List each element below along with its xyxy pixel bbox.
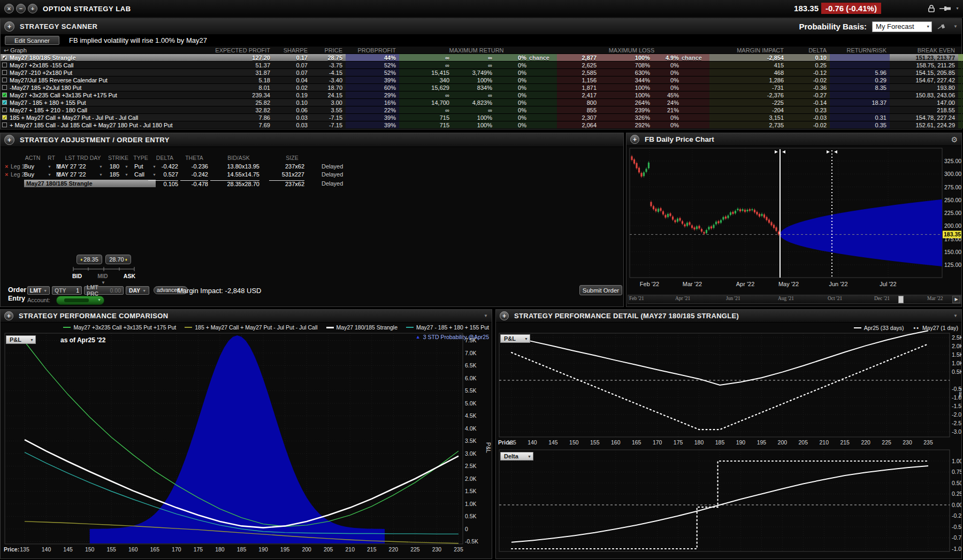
scanner-row[interactable]: May27 +2x185 -155 Call51.370.07-3.7552%∞…	[1, 62, 961, 69]
column-header[interactable]: EXPECTED PROFIT	[188, 47, 273, 53]
scrollbar-handle[interactable]	[898, 296, 904, 303]
scanner-row[interactable]: May27 -210 +2x180 Put31.870.07-4.1552%15…	[1, 69, 961, 76]
graph-checkbox[interactable]	[2, 108, 7, 112]
column-header[interactable]: DELTA	[787, 47, 830, 53]
leg-strike[interactable]: 180	[104, 163, 119, 170]
comparison-chart[interactable]: 1351401451501551601651701751801851901952…	[1, 310, 492, 558]
lock-icon[interactable]	[927, 4, 936, 13]
limit-price-field[interactable]: LMT PRC0.00	[84, 286, 124, 295]
pin-icon[interactable]	[939, 6, 953, 11]
column-header[interactable]: BREAK EVEN	[890, 47, 958, 53]
edit-scanner-button[interactable]: Edit Scanner	[5, 36, 59, 45]
column-header[interactable]: PROBPROFIT	[346, 47, 399, 53]
leg-action[interactable]: Buy	[24, 171, 34, 178]
ask-price-button[interactable]: 28.70♦	[105, 255, 131, 264]
margin-impact: -225	[709, 99, 787, 106]
fb-chart-scrollbar[interactable]: Feb '21Apr '21Jun '21Aug '21Oct '21Dec '…	[628, 295, 961, 304]
chevron-down-icon[interactable]: ▼	[125, 173, 128, 177]
column-header[interactable]: MARGIN IMPACT	[709, 47, 787, 53]
fb-candlestick-chart[interactable]: 325.00300.00275.00250.00225.00200.00175.…	[626, 146, 961, 294]
bid-price-button[interactable]: ♦28.35	[77, 255, 102, 264]
detail-delta-select[interactable]: Delta▼	[500, 452, 533, 461]
detail-pnl-select[interactable]: P&L▼	[500, 334, 530, 343]
margin-impact: 468	[709, 69, 787, 76]
scanner-row[interactable]: -May27 185 +2xJul 180 Put8.010.0218.7060…	[1, 84, 961, 91]
panel-expand-icon[interactable]: +	[4, 21, 14, 32]
ask-label[interactable]: ASK	[124, 273, 135, 279]
window-minimize-button[interactable]: −	[16, 4, 26, 13]
graph-checkbox-checked[interactable]: ✓	[2, 55, 7, 60]
price: 28.75	[311, 54, 346, 61]
column-header[interactable]: RETURN/RISK	[830, 47, 890, 53]
column-header[interactable]: MAXIMUM RETURN	[399, 47, 557, 53]
scrollbar-right-arrow[interactable]: ▶	[952, 296, 960, 303]
expected-profit: 239.34	[188, 91, 273, 98]
titlebar-dropdown-icon[interactable]: ▼	[956, 6, 959, 10]
scanner-row[interactable]: 185 + May27 Call + May27 Put - Jul Put -…	[1, 114, 961, 121]
leg-last-trade-day[interactable]: MAY 27 '22	[56, 171, 86, 178]
order-type-select[interactable]: LMT▼	[27, 286, 50, 295]
max-loss-pct: 630%	[600, 69, 653, 76]
chevron-down-icon[interactable]: ▼	[99, 165, 103, 168]
max-return: 15,629	[399, 84, 453, 91]
leg-type[interactable]: Put	[134, 163, 143, 170]
order-column-header: BID/ASK	[215, 155, 263, 161]
probability-basis-select[interactable]: My Forecast▼	[872, 21, 932, 32]
leg-bid-ask: 14.55x14.75	[210, 171, 259, 178]
leg-last-trade-day[interactable]: MAY 27 '22	[56, 163, 86, 170]
chevron-down-icon[interactable]: ▼	[125, 165, 128, 168]
column-header-graph[interactable]: ↩ Graph	[1, 47, 188, 53]
leg-action[interactable]: Buy	[24, 163, 34, 170]
price-slider[interactable]	[72, 267, 135, 271]
panel-expand-icon[interactable]: +	[4, 135, 14, 145]
column-header[interactable]: SHARPE	[273, 47, 311, 53]
expected-profit: 5.18	[188, 76, 273, 83]
leg-type[interactable]: Call	[134, 171, 144, 178]
account-select[interactable]: ▼	[56, 296, 104, 305]
forecast-pin-icon[interactable]	[937, 24, 948, 30]
mid-label[interactable]: MID	[97, 273, 108, 279]
graph-checkbox-checked[interactable]: ✓	[2, 115, 7, 120]
remove-leg-icon[interactable]: ×	[5, 171, 8, 178]
chevron-down-icon[interactable]: ▼	[99, 173, 103, 177]
graph-checkbox-checked[interactable]: ✓	[2, 93, 7, 97]
detail-charts[interactable]: 2.5K2.0K1.5K1.0K0.5K-0.5K-1.0K-1.5K-2.0K…	[496, 310, 961, 558]
column-header[interactable]: PRICE	[311, 47, 346, 53]
fb-chart-header: + FB Daily Price Chart ⚙	[626, 133, 961, 146]
column-header[interactable]: MAXIMUM LOSS	[557, 47, 709, 53]
bid-label[interactable]: BID	[72, 273, 82, 279]
svg-text:235: 235	[454, 546, 463, 553]
scanner-row[interactable]: May27 - 185 + 180 + 155 Put✓25.820.103.0…	[1, 99, 961, 106]
scanner-row[interactable]: + May27 185 Call - Jul 185 Call + May27 …	[1, 121, 961, 129]
scanner-row[interactable]: May27 + 185 + 210 - 180 Call32.820.063.5…	[1, 106, 961, 114]
probprofit: 44%	[346, 54, 399, 61]
window-close-button[interactable]: ×	[4, 4, 14, 13]
svg-text:Jun '22: Jun '22	[829, 281, 847, 287]
graph-checkbox[interactable]	[2, 85, 7, 90]
comparison-metric-select[interactable]: P&L▼	[6, 335, 36, 344]
graph-checkbox-checked[interactable]: ✓	[2, 100, 7, 105]
remove-leg-icon[interactable]: ×	[5, 163, 8, 170]
return-risk: 5.96	[830, 69, 890, 76]
scanner-row[interactable]: May27 180/185 Strangle✓127.200.1728.7544…	[1, 54, 961, 62]
svg-text:225: 225	[882, 439, 891, 446]
quantity-field[interactable]: QTY1	[52, 286, 82, 295]
graph-checkbox[interactable]	[2, 63, 7, 67]
scanner-row[interactable]: May27 +3x235 Call +3x135 Put +175 Put✓23…	[1, 91, 961, 99]
svg-text:-0.75: -0.75	[952, 534, 961, 541]
submit-order-button[interactable]: Submit Order	[579, 285, 622, 295]
window-maximize-button[interactable]: +	[28, 4, 37, 13]
scanner-header-caret-icon[interactable]: ▼	[953, 24, 958, 29]
scanner-row[interactable]: May27/Jul 185 Reverse Calendar Put5.180.…	[1, 76, 961, 84]
gear-icon[interactable]: ⚙	[951, 135, 958, 144]
graph-checkbox[interactable]	[2, 122, 7, 127]
graph-checkbox[interactable]	[2, 70, 7, 75]
leg-strike[interactable]: 185	[104, 171, 119, 178]
max-return: 715	[399, 114, 453, 121]
strategy-name: -May27 185 +2xJul 180 Put	[1, 84, 188, 91]
svg-text:200: 200	[778, 439, 788, 446]
graph-checkbox[interactable]	[2, 78, 7, 82]
panel-expand-icon[interactable]: +	[630, 135, 639, 144]
svg-text:6.5K: 6.5K	[465, 362, 477, 369]
tif-select[interactable]: DAY▼	[126, 286, 149, 295]
